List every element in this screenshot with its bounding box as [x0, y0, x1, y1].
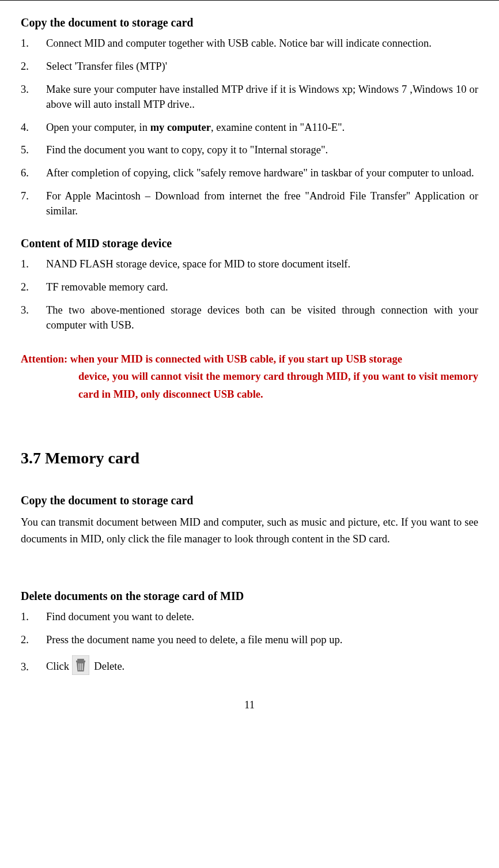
list-item: 7. For Apple Macintosh – Download from i…	[21, 189, 478, 219]
item-text-pre: Open your computer, in	[46, 122, 150, 133]
item-text: Select 'Transfer files (MTP)'	[46, 59, 478, 74]
section-title-delete: Delete documents on the storage card of …	[21, 588, 478, 604]
list-item: 1. Find document you want to delete.	[21, 610, 478, 625]
item-number: 5.	[21, 143, 46, 158]
item-number: 6.	[21, 166, 46, 181]
item-number: 1.	[21, 610, 46, 625]
item-text: Open your computer, in my computer, exam…	[46, 120, 478, 135]
copy-list: 1. Connect MID and computer together wit…	[21, 36, 478, 219]
item-text: For Apple Macintosh – Download from inte…	[46, 189, 478, 219]
item-text-bold: my computer	[150, 122, 211, 133]
trash-icon	[72, 655, 89, 680]
list-item: 1. NAND FLASH storage device, space for …	[21, 257, 478, 272]
item-text-pre: Click	[46, 661, 72, 673]
section-title-copy: Copy the document to storage card	[21, 14, 478, 31]
section-title-copy2: Copy the document to storage card	[21, 492, 478, 508]
list-item: 3. Click Delete.	[21, 655, 478, 680]
item-text: Click Delete.	[46, 655, 478, 680]
heading-memory-card: 3.7 Memory card	[21, 447, 478, 469]
item-text-post: , examine content in "A110-E".	[211, 122, 345, 133]
attention-rest: device, you will cannot visit the memory…	[21, 368, 478, 403]
item-text: Connect MID and computer together with U…	[46, 36, 478, 51]
item-number: 3.	[21, 660, 46, 675]
item-number: 2.	[21, 59, 46, 74]
list-item: 3. The two above-mentioned storage devic…	[21, 303, 478, 333]
item-text-post: Delete.	[94, 661, 124, 673]
attention-first-line: Attention: when your MID is connected wi…	[21, 353, 402, 365]
list-item: 1. Connect MID and computer together wit…	[21, 36, 478, 51]
item-number: 7.	[21, 189, 46, 219]
list-item: 2. Press the document name you need to d…	[21, 633, 478, 648]
svg-rect-2	[76, 661, 85, 662]
item-text: TF removable memory card.	[46, 280, 478, 295]
list-item: 6. After completion of copying, click "s…	[21, 166, 478, 181]
delete-list: 1. Find document you want to delete. 2. …	[21, 610, 478, 680]
item-text: NAND FLASH storage device, space for MID…	[46, 257, 478, 272]
item-text: After completion of copying, click "safe…	[46, 166, 478, 181]
item-number: 1.	[21, 257, 46, 272]
attention-block: Attention: when your MID is connected wi…	[21, 350, 478, 403]
item-number: 1.	[21, 36, 46, 51]
item-text: Find document you want to delete.	[46, 610, 478, 625]
item-number: 2.	[21, 633, 46, 648]
item-number: 3.	[21, 82, 46, 112]
copy-paragraph: You can transmit document between MID an…	[21, 514, 478, 547]
list-item: 4. Open your computer, in my computer, e…	[21, 120, 478, 135]
list-item: 3. Make sure your computer have installe…	[21, 82, 478, 112]
item-text: Find the document you want to copy, copy…	[46, 143, 478, 158]
item-number: 2.	[21, 280, 46, 295]
page-number: 11	[21, 698, 478, 713]
item-text: Press the document name you need to dele…	[46, 633, 478, 648]
list-item: 5. Find the document you want to copy, c…	[21, 143, 478, 158]
item-number: 4.	[21, 120, 46, 135]
list-item: 2. Select 'Transfer files (MTP)'	[21, 59, 478, 74]
item-text: Make sure your computer have installed M…	[46, 82, 478, 112]
content-list: 1. NAND FLASH storage device, space for …	[21, 257, 478, 333]
item-text: The two above-mentioned storage devices …	[46, 303, 478, 333]
svg-rect-1	[77, 659, 84, 661]
section-title-content: Content of MID storage device	[21, 235, 478, 251]
item-number: 3.	[21, 303, 46, 333]
list-item: 2. TF removable memory card.	[21, 280, 478, 295]
